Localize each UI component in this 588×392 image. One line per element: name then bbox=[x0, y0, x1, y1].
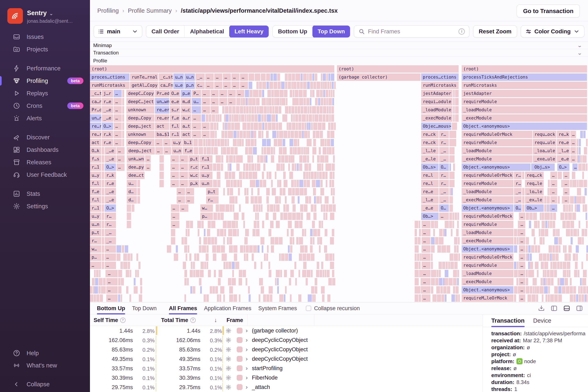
flame-frame[interactable] bbox=[312, 155, 314, 163]
flame-frame[interactable] bbox=[454, 245, 456, 253]
flame-frame[interactable]: … bbox=[186, 196, 194, 204]
flame-frame[interactable] bbox=[457, 212, 459, 220]
flame-frame[interactable]: … bbox=[519, 229, 525, 236]
flame-frame[interactable] bbox=[558, 286, 562, 294]
flame-frame[interactable] bbox=[296, 212, 300, 220]
flame-frame[interactable] bbox=[236, 106, 239, 114]
flame-frame[interactable] bbox=[310, 237, 312, 244]
flame-frame[interactable] bbox=[137, 196, 140, 204]
flame-frame[interactable]: re…l bbox=[421, 172, 439, 179]
flame-frame[interactable] bbox=[125, 245, 128, 253]
flame-frame[interactable] bbox=[453, 98, 455, 105]
flame-frame[interactable]: … bbox=[519, 237, 525, 244]
flame-frame[interactable] bbox=[266, 98, 268, 105]
flame-frame[interactable]: re…er bbox=[155, 114, 169, 122]
flame-frame[interactable] bbox=[243, 131, 246, 138]
flame-frame[interactable] bbox=[316, 270, 319, 277]
flame-frame[interactable] bbox=[310, 139, 311, 146]
flame-frame[interactable] bbox=[102, 196, 104, 204]
flame-frame[interactable]: … bbox=[519, 212, 525, 220]
flame-frame[interactable] bbox=[331, 90, 332, 97]
flame-frame[interactable] bbox=[233, 139, 235, 146]
flame-frame[interactable]: deepC…ject bbox=[126, 98, 154, 105]
flame-frame[interactable]: O… bbox=[439, 164, 449, 171]
flame-frame[interactable]: … bbox=[117, 155, 124, 163]
flame-frame[interactable] bbox=[134, 278, 136, 286]
flame-frame[interactable] bbox=[212, 114, 215, 122]
flame-frame[interactable] bbox=[552, 270, 554, 277]
flame-frame[interactable] bbox=[191, 262, 193, 269]
flame-frame[interactable] bbox=[246, 254, 248, 261]
flame-frame[interactable] bbox=[326, 98, 328, 105]
flame-frame[interactable] bbox=[283, 172, 286, 179]
flame-frame[interactable] bbox=[300, 106, 303, 114]
flame-frame[interactable] bbox=[526, 270, 528, 277]
flame-frame[interactable] bbox=[306, 180, 310, 187]
flame-frame[interactable]: … bbox=[114, 114, 122, 122]
flame-frame[interactable] bbox=[272, 106, 274, 114]
flame-frame[interactable]: s…r bbox=[170, 106, 180, 114]
flame-frame[interactable] bbox=[323, 204, 325, 212]
flame-frame[interactable]: … bbox=[519, 221, 525, 228]
flame-frame[interactable] bbox=[303, 74, 307, 81]
flame-frame[interactable] bbox=[251, 131, 253, 138]
flame-frame[interactable] bbox=[325, 270, 326, 277]
flame-frame[interactable] bbox=[299, 221, 301, 228]
flame-frame[interactable] bbox=[272, 122, 276, 130]
flame-frame[interactable] bbox=[216, 204, 219, 212]
flame-frame[interactable] bbox=[259, 204, 261, 212]
flame-frame[interactable] bbox=[298, 114, 301, 122]
flame-frame[interactable] bbox=[237, 180, 240, 187]
flame-frame[interactable] bbox=[311, 286, 314, 294]
flame-frame[interactable] bbox=[201, 262, 204, 269]
flame-frame[interactable] bbox=[530, 262, 533, 269]
flame-frame[interactable] bbox=[233, 229, 237, 236]
flame-frame[interactable] bbox=[287, 229, 289, 236]
flame-frame[interactable] bbox=[225, 131, 227, 138]
flame-frame[interactable] bbox=[317, 229, 320, 236]
flame-frame[interactable]: _… bbox=[514, 196, 522, 204]
flame-frame[interactable] bbox=[323, 90, 325, 97]
flame-frame[interactable] bbox=[313, 106, 316, 114]
flame-frame[interactable] bbox=[331, 122, 334, 130]
flame-frame[interactable] bbox=[264, 155, 265, 163]
flame-frame[interactable] bbox=[267, 106, 269, 114]
flame-frame[interactable] bbox=[583, 270, 585, 277]
flame-frame[interactable] bbox=[320, 82, 322, 89]
flame-frame[interactable] bbox=[137, 180, 140, 187]
find-frames-input[interactable]: Find Frames i bbox=[354, 25, 470, 38]
flame-frame[interactable]: d… bbox=[127, 196, 137, 204]
flame-frame[interactable] bbox=[447, 245, 450, 253]
flame-frame[interactable] bbox=[315, 98, 318, 105]
flame-frame[interactable] bbox=[547, 204, 549, 212]
flame-frame[interactable]: Object.<anonymous> bbox=[462, 286, 513, 294]
flame-frame[interactable] bbox=[225, 172, 228, 179]
flame-frame[interactable] bbox=[299, 155, 302, 163]
flame-frame[interactable] bbox=[566, 221, 570, 228]
flame-frame[interactable]: O…> bbox=[557, 164, 570, 171]
flame-frame[interactable] bbox=[289, 155, 290, 163]
flame-frame[interactable] bbox=[547, 254, 550, 261]
flame-frame[interactable] bbox=[251, 188, 253, 196]
flame-frame[interactable]: Object.<anonymous> bbox=[462, 122, 587, 130]
flame-frame[interactable] bbox=[540, 237, 542, 244]
flame-frame[interactable] bbox=[314, 196, 316, 204]
flame-frame[interactable] bbox=[453, 270, 457, 277]
flame-frame[interactable]: … bbox=[519, 245, 525, 253]
flame-frame[interactable] bbox=[319, 245, 320, 253]
flame-frame[interactable]: u…n bbox=[173, 74, 184, 81]
flame-frame[interactable] bbox=[540, 212, 541, 220]
flame-frame[interactable] bbox=[226, 114, 229, 122]
flame-frame[interactable] bbox=[313, 131, 315, 138]
flame-frame[interactable] bbox=[134, 286, 138, 294]
flame-frame[interactable] bbox=[229, 237, 232, 244]
flame-frame[interactable] bbox=[285, 254, 288, 261]
flame-frame[interactable]: requ…ule bbox=[533, 139, 556, 146]
flame-frame[interactable]: … bbox=[439, 212, 449, 220]
flame-frame[interactable]: … bbox=[563, 188, 570, 196]
flame-frame[interactable] bbox=[526, 212, 529, 220]
flame-frame[interactable] bbox=[228, 262, 232, 269]
layout-right-icon[interactable] bbox=[576, 305, 583, 312]
flame-frame[interactable] bbox=[275, 237, 279, 244]
sidebar-item-dashboards[interactable]: Dashboards bbox=[0, 144, 90, 156]
